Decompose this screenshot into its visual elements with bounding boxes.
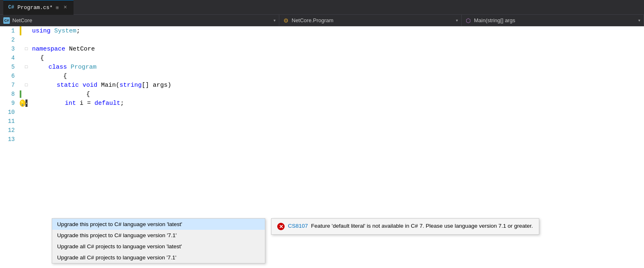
class-nav-icon: ⚙ bbox=[283, 17, 289, 24]
code-line-2: 2 bbox=[0, 35, 644, 44]
line-8-content: { bbox=[30, 90, 90, 99]
code-line-9: 9 💡 ▾ int i = default; bbox=[0, 99, 644, 108]
tab-pin-icon[interactable]: ⊞ bbox=[56, 5, 59, 10]
line-marker-8 bbox=[20, 90, 22, 99]
namespace-label: NetCore bbox=[12, 17, 32, 23]
line-number-3: 3 bbox=[0, 44, 20, 53]
csharp-file-icon: C# bbox=[8, 5, 14, 10]
line-number-12: 12 bbox=[0, 126, 20, 135]
line-number-1: 1 bbox=[0, 26, 20, 35]
editor-area[interactable]: 1 using System; 2 3 □ namespace NetCore … bbox=[0, 26, 644, 268]
title-bar: C# Program.cs* ⊞ × bbox=[0, 0, 644, 15]
line-number-4: 4 bbox=[0, 53, 20, 62]
suggestions-menu: Upgrade this project to C# language vers… bbox=[52, 218, 265, 263]
error-text: CS8107 Feature 'default literal' is not … bbox=[288, 223, 533, 229]
suggestion-item-0[interactable]: Upgrade this project to C# language vers… bbox=[52, 219, 265, 230]
line-marker-6 bbox=[20, 72, 22, 81]
tab-close-icon[interactable]: × bbox=[62, 3, 69, 12]
namespace-chevron: ▾ bbox=[274, 18, 276, 23]
cs-nav-icon: C# bbox=[3, 17, 10, 24]
file-tab[interactable]: C# Program.cs* ⊞ × bbox=[3, 0, 74, 15]
code-line-4: 4 { bbox=[0, 53, 644, 62]
lightbulb-icon[interactable]: 💡 bbox=[20, 99, 25, 107]
class-chevron: ▾ bbox=[456, 18, 458, 23]
line-marker-12 bbox=[20, 126, 22, 135]
line-6-content: { bbox=[30, 72, 67, 81]
line-number-11: 11 bbox=[0, 117, 20, 126]
line-1-content: using System; bbox=[30, 26, 80, 35]
code-line-7: 7 □ static void Main(string[] args) bbox=[0, 81, 644, 90]
nav-bar: C# NetCore ▾ ⚙ NetCore.Program ▾ ⬡ Main(… bbox=[0, 15, 644, 26]
code-line-10: 10 bbox=[0, 108, 644, 117]
line-marker-9: 💡 ▾ bbox=[20, 99, 22, 108]
line-number-7: 7 bbox=[0, 81, 20, 90]
code-line-6: 6 { bbox=[0, 72, 644, 81]
line-5-content: class Program bbox=[30, 62, 97, 72]
line-7-content: static void Main(string[] args) bbox=[30, 81, 171, 90]
line-11-content bbox=[30, 117, 32, 126]
line-9-content: int i = default; bbox=[30, 99, 124, 108]
class-label: NetCore.Program bbox=[292, 17, 334, 23]
error-code: CS8107 bbox=[288, 223, 308, 229]
line-number-8: 8 bbox=[0, 90, 20, 99]
method-chevron: ▾ bbox=[638, 18, 640, 23]
error-icon: ✕ bbox=[277, 223, 285, 230]
line-marker-1 bbox=[20, 26, 22, 35]
method-nav-icon: ⬡ bbox=[465, 17, 472, 24]
line-2-content bbox=[30, 35, 32, 44]
method-label: Main(string[] args bbox=[474, 17, 515, 23]
code-line-1: 1 using System; bbox=[0, 26, 644, 35]
line-number-10: 10 bbox=[0, 108, 20, 117]
code-line-8: 8 { bbox=[0, 90, 644, 99]
class-dropdown[interactable]: ⚙ NetCore.Program ▾ bbox=[279, 15, 462, 26]
line-marker-2 bbox=[20, 35, 22, 44]
line-number-9: 9 bbox=[0, 99, 20, 108]
error-tooltip: ✕ CS8107 Feature 'default literal' is no… bbox=[271, 218, 539, 235]
code-line-12: 12 bbox=[0, 126, 644, 135]
line-marker-13 bbox=[20, 135, 22, 144]
line-10-content bbox=[30, 108, 32, 117]
code-line-13: 13 bbox=[0, 135, 644, 144]
method-dropdown[interactable]: ⬡ Main(string[] args ▾ bbox=[462, 15, 644, 26]
code-line-11: 11 bbox=[0, 117, 644, 126]
line-4-content: { bbox=[30, 53, 44, 62]
code-line-5: 5 □ class Program bbox=[0, 62, 644, 72]
fold-5[interactable]: □ bbox=[22, 65, 30, 69]
line-number-13: 13 bbox=[0, 135, 20, 144]
line-number-2: 2 bbox=[0, 35, 20, 44]
line-number-6: 6 bbox=[0, 72, 20, 81]
lightbulb-dropdown-button[interactable]: ▾ bbox=[25, 99, 28, 107]
fold-7[interactable]: □ bbox=[22, 83, 30, 88]
line-number-5: 5 bbox=[0, 62, 20, 72]
namespace-dropdown[interactable]: C# NetCore ▾ bbox=[0, 15, 279, 26]
line-13-content bbox=[30, 135, 32, 144]
suggestion-item-2[interactable]: Upgrade all C# projects to language vers… bbox=[52, 241, 265, 252]
line-marker-10 bbox=[20, 108, 22, 117]
suggestion-item-1[interactable]: Upgrade this project to C# language vers… bbox=[52, 230, 265, 241]
tab-filename: Program.cs* bbox=[17, 5, 53, 11]
line-12-content bbox=[30, 126, 32, 135]
line-3-content: namespace NetCore bbox=[30, 44, 95, 53]
code-line-3: 3 □ namespace NetCore bbox=[0, 44, 644, 53]
error-message-text: Feature 'default literal' is not availab… bbox=[311, 223, 533, 229]
suggestion-item-3[interactable]: Upgrade all C# projects to language vers… bbox=[52, 252, 265, 263]
line-marker-4 bbox=[20, 53, 22, 62]
line-marker-11 bbox=[20, 117, 22, 126]
fold-3[interactable]: □ bbox=[22, 46, 30, 51]
